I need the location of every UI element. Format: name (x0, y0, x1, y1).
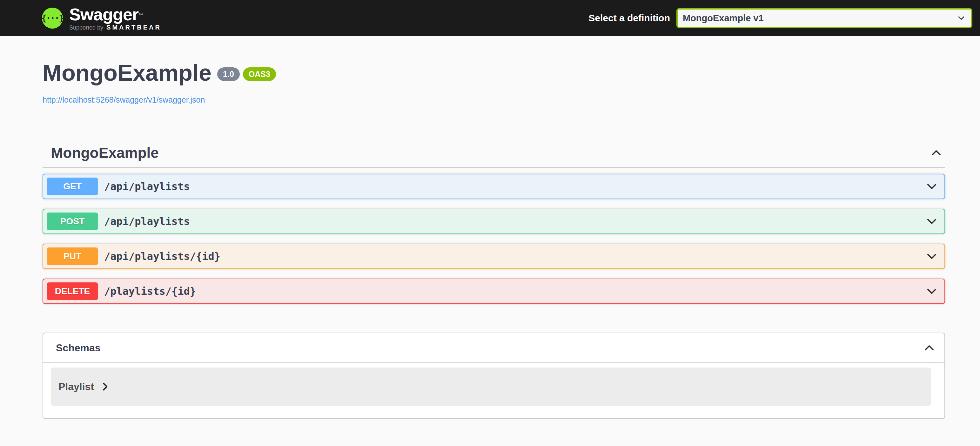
chevron-down-icon[interactable] (925, 180, 938, 193)
chevron-down-icon[interactable] (925, 285, 938, 298)
operation-path: /playlists/{id} (104, 285, 919, 297)
definition-select-label: Select a definition (589, 13, 670, 24)
operation-path: /api/playlists (104, 215, 919, 228)
swagger-brand: Swagger™ (69, 6, 161, 23)
operations-list: GET /api/playlists POST /api/playlists P… (43, 174, 945, 304)
operation-path: /api/playlists (104, 180, 919, 193)
tag-section-header[interactable]: MongoExample (43, 138, 945, 168)
definition-select-wrapper: MongoExample v1 (676, 8, 972, 28)
operation-delete-playlists-id[interactable]: DELETE /playlists/{id} (43, 279, 945, 304)
swagger-ui-page: {···} Swagger™ Supported by SMARTBEAR Se… (0, 0, 980, 446)
chevron-down-icon[interactable] (925, 250, 938, 263)
smartbear-tagline: Supported by SMARTBEAR (69, 24, 161, 30)
spec-url-link[interactable]: http://localhost:5268/swagger/v1/swagger… (43, 95, 205, 105)
api-title: MongoExample 1.0 OAS3 (43, 59, 945, 86)
chevron-down-icon[interactable] (925, 215, 938, 228)
model-playlist[interactable]: Playlist (51, 368, 931, 406)
operation-post-playlists[interactable]: POST /api/playlists (43, 209, 945, 234)
schemas-header[interactable]: Schemas (43, 333, 945, 363)
chevron-right-icon[interactable] (100, 381, 110, 392)
schemas-title: Schemas (56, 342, 923, 354)
operation-path: /api/playlists/{id} (104, 250, 919, 263)
info-section: MongoExample 1.0 OAS3 http://localhost:5… (43, 59, 945, 105)
definition-selector: Select a definition MongoExample v1 (589, 8, 972, 28)
swagger-logo-link[interactable]: {···} Swagger™ Supported by SMARTBEAR (42, 6, 161, 30)
main-content: MongoExample 1.0 OAS3 http://localhost:5… (43, 59, 945, 419)
operation-get-playlists[interactable]: GET /api/playlists (43, 174, 945, 199)
definition-select[interactable]: MongoExample v1 (676, 8, 972, 28)
method-badge-put: PUT (47, 247, 98, 265)
chevron-up-icon (930, 147, 943, 159)
operation-put-playlists-id[interactable]: PUT /api/playlists/{id} (43, 244, 945, 269)
chevron-up-icon (923, 341, 935, 354)
version-badge: 1.0 (217, 67, 240, 81)
method-badge-delete: DELETE (47, 282, 98, 300)
swagger-logo-icon: {···} (42, 8, 63, 29)
topbar: {···} Swagger™ Supported by SMARTBEAR Se… (0, 0, 980, 36)
trademark-symbol: ™ (138, 13, 143, 18)
tag-title: MongoExample (51, 144, 930, 162)
model-title: Playlist (59, 381, 94, 393)
method-badge-post: POST (47, 212, 98, 230)
schemas-section: Schemas Playlist (43, 333, 945, 419)
method-badge-get: GET (47, 178, 98, 195)
oas3-badge: OAS3 (243, 67, 276, 81)
collapse-schemas-button[interactable] (923, 341, 935, 354)
collapse-section-button[interactable] (930, 147, 943, 159)
